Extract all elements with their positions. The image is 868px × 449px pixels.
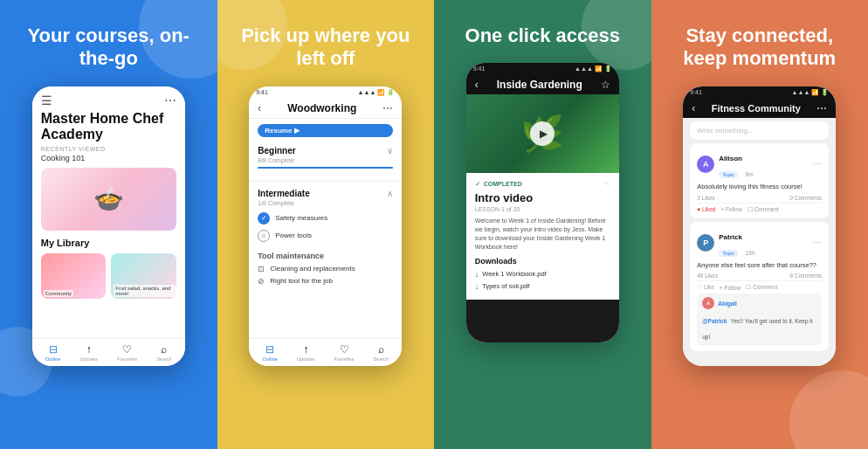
- patrick-time: 16h: [746, 250, 755, 256]
- favorites-label-2: Favorites: [334, 356, 355, 362]
- back-icon-4[interactable]: ‹: [692, 102, 695, 114]
- library-item-fruit[interactable]: Fruit salad, snacks, and more!: [111, 253, 176, 299]
- course-title-2: Woodworking: [287, 102, 356, 114]
- allison-comments-count: 0 Comments: [789, 195, 822, 201]
- favorites-icon: ♡: [122, 343, 132, 356]
- tool-cleaning[interactable]: ⊡ Cleaning and replacements: [258, 263, 393, 275]
- allison-actions: ♥ Liked + Follow ☐ Comment: [697, 203, 822, 213]
- download-workbook[interactable]: ↓ Week 1 Workbook.pdf: [475, 268, 610, 280]
- panel-3-headline: One click access: [465, 24, 620, 47]
- like-button-patrick[interactable]: ♡ Like: [697, 284, 714, 291]
- tool-section-title: Tool maintenance: [258, 252, 393, 260]
- comment-button-allison[interactable]: ☐ Comment: [747, 206, 779, 213]
- updates-icon: ↑: [86, 343, 92, 356]
- outline-label-2: Outline: [262, 356, 277, 362]
- search-label: Search: [156, 356, 171, 362]
- patrick-text: Anyone else feel sore after that course?…: [697, 261, 822, 270]
- phone-1-screen: ☰ ⋯ Master Home Chef Academy RECENTLY VI…: [32, 86, 185, 366]
- back-icon-3[interactable]: ‹: [475, 79, 479, 91]
- community-title: Fitness Community: [712, 103, 801, 114]
- tool-name-1: Cleaning and replacements: [270, 265, 355, 273]
- collapse-icon[interactable]: ∨: [387, 146, 393, 155]
- tool-icon-1: ⊡: [258, 265, 265, 273]
- post-allison: A Allison Topic 8m ⋯ Absolutely loving t…: [690, 143, 829, 218]
- signal-icons-3: ▲▲▲ 📶 🔋: [575, 66, 612, 73]
- allison-text: Absolutely loving this fitness course!: [697, 183, 822, 191]
- download-name-2: Types of soil.pdf: [482, 282, 529, 290]
- follow-button-allison[interactable]: + Follow: [720, 206, 741, 213]
- patrick-counts: 46 Likes 8 Comments: [697, 273, 822, 279]
- nav-search-2[interactable]: ⌕ Search: [374, 343, 389, 362]
- lesson-power[interactable]: ⊙ Power tools: [258, 227, 393, 245]
- play-icon-3: ▶: [540, 128, 548, 140]
- nav-favorites[interactable]: ♡ Favorites: [117, 343, 137, 362]
- topbar-2: ‹ Woodworking ⋯: [249, 99, 402, 119]
- download-name-1: Week 1 Workbook.pdf: [482, 270, 547, 278]
- course-name: Cooking 101: [32, 154, 185, 168]
- nav-outline[interactable]: ⊟ Outline: [45, 343, 60, 362]
- library-row: Community Fruit salad, snacks, and more!: [32, 253, 185, 299]
- nav-updates[interactable]: ↑ Updates: [80, 343, 99, 362]
- beginner-progress: 8/8 Complete: [258, 157, 393, 163]
- like-button-allison[interactable]: ♥ Liked: [697, 206, 715, 213]
- allison-likes-count: 3 Likes: [697, 195, 715, 201]
- reply-text: @Patrick Yes!! You'll get used to it. Ke…: [702, 311, 816, 342]
- phone-4-screen: 9:41 ▲▲▲ 📶 🔋 ‹ Fitness Community ⋯ Write…: [683, 86, 836, 366]
- resume-button[interactable]: Resume ▶: [258, 124, 393, 137]
- more-post-2[interactable]: ⋯: [813, 238, 822, 247]
- status-bar-4: 9:41 ▲▲▲ 📶 🔋: [683, 86, 836, 99]
- check-icon-safety: ✓: [258, 212, 270, 224]
- phone-3-screen: 9:41 ▲▲▲ 📶 🔋 ‹ Inside Gardening ☆ 🌿 ▶ ✓: [466, 63, 619, 342]
- tool-section: Tool maintenance ⊡ Cleaning and replacem…: [249, 248, 402, 291]
- lib-fruit-label: Fruit salad, snacks, and more!: [114, 285, 176, 297]
- downloads-title: Downloads: [475, 257, 610, 266]
- patrick-likes-count: 46 Likes: [697, 273, 718, 279]
- intermediate-section: Intermediate ∧ 1/8 Complete ✓ Safety mea…: [249, 185, 402, 248]
- download-soil[interactable]: ↓ Types of soil.pdf: [475, 280, 610, 293]
- academy-name: Master Home Chef Academy: [32, 111, 185, 146]
- avatar-patrick: P: [697, 234, 714, 252]
- lesson-safety[interactable]: ✓ Safety measures: [258, 210, 393, 227]
- more-post-1[interactable]: ⋯: [813, 159, 822, 169]
- signal-icons-4: ▲▲▲ 📶 🔋: [792, 89, 830, 96]
- avatar-allison: A: [697, 155, 714, 173]
- comment-button-patrick[interactable]: ☐ Comment: [746, 284, 777, 291]
- compose-box[interactable]: Write something...: [690, 121, 829, 140]
- nav-outline-2[interactable]: ⊟ Outline: [262, 343, 277, 362]
- play-icon: ▶: [294, 127, 300, 135]
- bottom-nav-2: ⊟ Outline ↑ Updates ♡ Favorites ⌕ Search: [249, 338, 402, 366]
- divider-1: [249, 181, 402, 182]
- nav-search[interactable]: ⌕ Search: [156, 343, 171, 362]
- outline-label: Outline: [45, 356, 60, 362]
- topbar-4: ‹ Fitness Community ⋯: [683, 99, 836, 118]
- follow-button-patrick[interactable]: + Follow: [720, 284, 741, 291]
- allison-name: Allison: [719, 155, 742, 162]
- phone-2: 9:41 ▲▲▲ 📶 🔋 ‹ Woodworking ⋯ Resume ▶ Be…: [249, 86, 402, 366]
- beginner-progress-bar: [258, 167, 393, 169]
- next-arrow[interactable]: →: [604, 181, 610, 187]
- patrick-tag: Topic: [719, 250, 738, 257]
- nav-updates-2[interactable]: ↑ Updates: [297, 343, 315, 362]
- p1-header: ☰ ⋯: [32, 86, 185, 111]
- tool-right[interactable]: ⊘ Right tool for the job: [258, 275, 393, 287]
- back-icon-2[interactable]: ‹: [258, 102, 261, 114]
- more-icon-4[interactable]: ⋯: [816, 102, 827, 114]
- lesson-safety-label: Safety measures: [275, 214, 327, 222]
- intermediate-header: Intermediate ∧: [258, 189, 393, 198]
- reply-mention: @Patrick: [702, 318, 727, 324]
- lesson-power-label: Power tools: [275, 231, 312, 239]
- video-thumbnail[interactable]: 🌿 ▶: [466, 94, 619, 173]
- signal-icons-2: ▲▲▲ 📶 🔋: [358, 89, 396, 96]
- recently-viewed-label: RECENTLY VIEWED: [32, 146, 185, 154]
- nav-favorites-2[interactable]: ♡ Favorites: [334, 343, 355, 362]
- download-icon-2: ↓: [475, 282, 479, 291]
- star-icon[interactable]: ☆: [601, 79, 610, 91]
- collapse-icon-2[interactable]: ∧: [387, 189, 393, 198]
- updates-icon-2: ↑: [303, 343, 308, 356]
- allison-counts: 3 Likes 0 Comments: [697, 195, 822, 201]
- more-icon-2[interactable]: ⋯: [382, 102, 393, 114]
- favorites-label: Favorites: [117, 356, 137, 362]
- tool-name-2: Right tool for the job: [270, 277, 333, 285]
- library-item-community[interactable]: Community: [41, 253, 107, 299]
- panel-1-headline: Your courses, on-the-go: [14, 24, 203, 71]
